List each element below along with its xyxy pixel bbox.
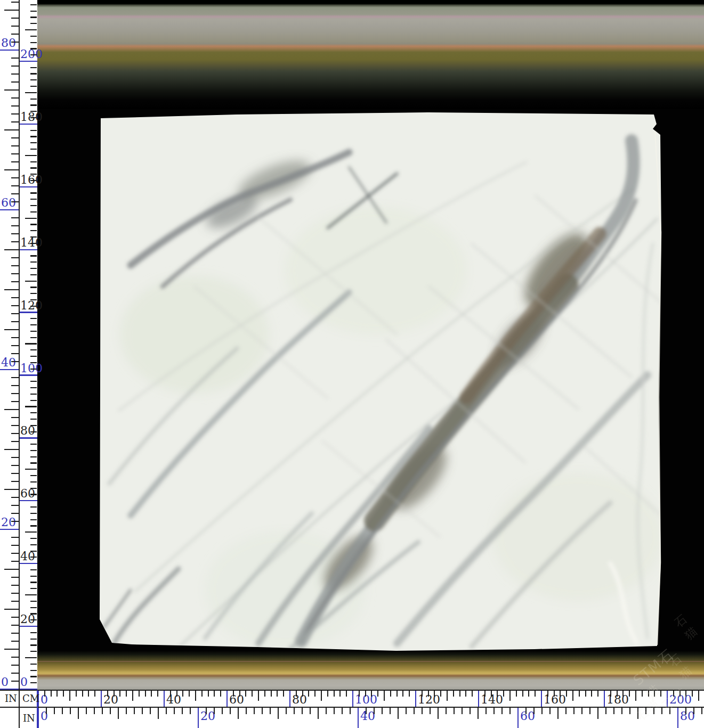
ruler-tick: [11, 113, 19, 114]
ruler-tick: [566, 690, 567, 697]
ruler-tick: [525, 707, 527, 714]
ruler-tick: [30, 255, 37, 256]
ruler-tick: [422, 707, 423, 714]
ruler-mark-line: [0, 369, 19, 370]
ruler-tick: [465, 690, 466, 697]
ruler-tick: [54, 707, 55, 714]
ruler-tick: [327, 690, 328, 697]
ruler-tick: [621, 707, 622, 714]
ruler-tick: [30, 462, 37, 463]
ruler-tick: [11, 361, 19, 362]
ruler-tick: [11, 153, 19, 154]
bottom-ruler-inches: 020406080: [0, 707, 704, 728]
ruler-tick: [11, 121, 19, 122]
ruler-tick: [30, 17, 37, 18]
ruler-tick: [428, 690, 429, 697]
ruler-tick: [30, 67, 37, 68]
ruler-tick: [503, 690, 504, 697]
ruler-tick: [438, 707, 439, 719]
ruler-tick: [30, 425, 37, 426]
ruler-tick: [30, 619, 37, 620]
ruler-tick: [30, 224, 37, 225]
ruler-tick: [30, 362, 37, 363]
ruler-tick: [30, 230, 37, 231]
ruler-tick: [585, 690, 586, 697]
ruler-tick: [11, 593, 19, 594]
ruler-tick: [107, 690, 108, 697]
ruler-tick: [493, 707, 495, 714]
ruler-tick: [62, 707, 63, 714]
ruler-tick: [246, 707, 247, 714]
ruler-tick: [56, 690, 58, 697]
ruler-tick: [11, 585, 19, 586]
ruler-tick: [132, 690, 133, 701]
ruler-tick: [629, 707, 630, 714]
ruler-tick: [30, 412, 37, 413]
ruler-tick: [30, 544, 37, 545]
ruler-tick: [233, 690, 234, 697]
ruler-tick: [182, 690, 183, 697]
ruler-tick: [302, 707, 303, 714]
ruler-tick: [30, 431, 37, 432]
ruler-tick: [69, 690, 70, 701]
ruler-tick: [4, 329, 19, 330]
ruler-tick: [30, 268, 37, 269]
ruler-tick: [30, 149, 37, 150]
ruler-tick: [30, 481, 37, 482]
ruler-tick: [30, 324, 37, 325]
ruler-tick: [30, 651, 37, 652]
slab-scanner-view: 020406080 020406080100120140160180200 02…: [0, 0, 704, 728]
ruler-tick: [30, 161, 37, 162]
ruler-tick: [701, 707, 702, 714]
ruler-tick: [339, 690, 341, 697]
ruler-tick: [126, 690, 127, 697]
ruler-tick: [30, 601, 37, 602]
ruler-mark-line: [19, 186, 37, 187]
ruler-tick: [11, 401, 19, 402]
ruler-tick: [110, 707, 111, 714]
ruler-tick: [30, 318, 37, 319]
ruler-tick: [533, 707, 535, 714]
ruler-tick: [547, 690, 548, 697]
ruler-tick: [549, 707, 551, 714]
ruler-tick: [258, 690, 259, 701]
ruler-tick: [589, 707, 590, 714]
ruler-label: 80: [292, 694, 307, 706]
ruler-tick: [11, 441, 19, 442]
ruler-tick: [30, 639, 37, 640]
ruler-tick: [252, 690, 253, 697]
ruler-tick: [30, 23, 37, 24]
ruler-tick: [637, 707, 638, 719]
ruler-tick: [673, 690, 674, 697]
ruler-tick: [30, 506, 37, 508]
ruler-tick: [30, 36, 37, 37]
ruler-tick: [398, 707, 399, 719]
ruler-tick: [11, 497, 19, 498]
vertical-ruler-cm-label: CM: [22, 694, 39, 704]
ruler-tick: [11, 433, 19, 434]
ruler-tick: [11, 201, 19, 202]
ruler-tick: [151, 690, 152, 697]
ruler-label: 0: [20, 676, 28, 688]
ruler-tick: [528, 690, 529, 697]
ruler-mark-line: [517, 707, 519, 728]
ruler-tick: [78, 707, 79, 719]
ruler-tick: [478, 707, 479, 719]
ruler-tick: [4, 10, 19, 11]
ruler-label: 60: [520, 710, 535, 722]
corner-top-line: [0, 690, 704, 691]
ruler-tick: [102, 707, 103, 714]
ruler-tick: [342, 707, 343, 714]
ruler-tick: [30, 211, 37, 212]
ruler-tick: [535, 690, 536, 697]
ruler-tick: [208, 690, 209, 697]
ruler-tick: [693, 707, 694, 714]
ruler-tick: [11, 193, 19, 194]
ruler-tick: [30, 676, 37, 677]
ruler-tick: [30, 11, 37, 12]
ruler-tick: [11, 257, 19, 258]
ruler-tick: [11, 313, 19, 314]
ruler-tick: [222, 707, 223, 714]
ruler-tick: [238, 707, 239, 719]
ruler-tick: [472, 690, 473, 697]
